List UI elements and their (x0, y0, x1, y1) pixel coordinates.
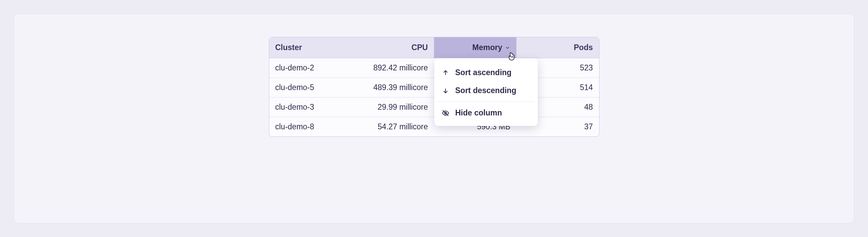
table-header-row: Cluster CPU Memory Pods (269, 37, 599, 58)
card-panel: Cluster CPU Memory Pods clu-d (14, 14, 854, 223)
cell-cpu: 892.42 millicore (358, 58, 434, 78)
cell-cluster: clu-demo-8 (269, 117, 358, 137)
arrow-up-icon (442, 69, 449, 77)
cell-cluster: clu-demo-2 (269, 58, 358, 78)
cell-cpu: 489.39 millicore (358, 78, 434, 98)
cell-cluster: clu-demo-3 (269, 98, 358, 117)
menu-item-label: Sort descending (455, 86, 516, 95)
menu-item-label: Sort ascending (455, 68, 512, 77)
menu-item-sort-descending[interactable]: Sort descending (434, 82, 538, 100)
column-header-memory[interactable]: Memory (434, 37, 516, 58)
menu-item-label: Hide column (455, 108, 502, 117)
column-header-pods[interactable]: Pods (516, 37, 599, 58)
cell-cluster: clu-demo-5 (269, 78, 358, 98)
cell-cpu: 29.99 millicore (358, 98, 434, 117)
menu-item-hide-column[interactable]: Hide column (434, 104, 538, 122)
arrow-down-icon (442, 87, 449, 94)
menu-divider (438, 102, 534, 102)
menu-item-sort-ascending[interactable]: Sort ascending (434, 64, 538, 82)
column-header-memory-label: Memory (472, 43, 502, 52)
cluster-table-container: Cluster CPU Memory Pods clu-d (269, 37, 599, 137)
chevron-down-icon (505, 45, 510, 50)
column-context-menu: Sort ascending Sort descending Hide colu… (434, 58, 538, 126)
eye-off-icon (442, 109, 449, 117)
column-header-cluster[interactable]: Cluster (269, 37, 358, 58)
cell-cpu: 54.27 millicore (358, 117, 434, 137)
column-header-cpu[interactable]: CPU (358, 37, 434, 58)
